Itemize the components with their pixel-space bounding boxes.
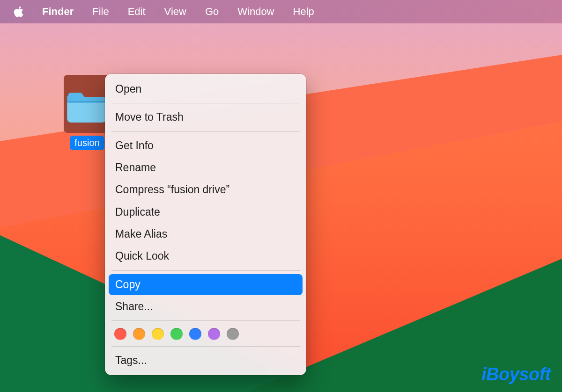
tag-color-yellow[interactable] <box>152 328 164 340</box>
context-menu-item-get-info[interactable]: Get Info <box>109 135 303 156</box>
svg-rect-0 <box>67 101 106 103</box>
context-menu-item-open[interactable]: Open <box>109 79 303 100</box>
menubar-item-go[interactable]: Go <box>197 3 227 21</box>
context-menu-item-make-alias[interactable]: Make Alias <box>109 224 303 245</box>
tag-color-gray[interactable] <box>227 328 239 340</box>
tag-color-blue[interactable] <box>189 328 201 340</box>
folder-icon <box>66 82 107 133</box>
menubar-item-view[interactable]: View <box>156 3 195 21</box>
menubar-item-window[interactable]: Window <box>229 3 282 21</box>
context-menu-separator <box>111 270 300 271</box>
context-menu-separator <box>111 320 300 321</box>
context-menu: Open Move to Trash Get Info Rename Compr… <box>105 74 306 375</box>
context-menu-item-rename[interactable]: Rename <box>109 157 303 178</box>
desktop-folder-selection <box>64 75 109 133</box>
menubar: Finder File Edit View Go Window Help <box>0 0 562 23</box>
menubar-app-name[interactable]: Finder <box>34 3 82 21</box>
context-menu-item-move-to-trash[interactable]: Move to Trash <box>109 107 303 128</box>
context-menu-item-tags[interactable]: Tags... <box>109 350 303 371</box>
context-menu-item-copy[interactable]: Copy <box>109 274 303 295</box>
context-menu-item-compress[interactable]: Compress “fusion drive” <box>109 179 303 200</box>
context-menu-item-quick-look[interactable]: Quick Look <box>109 246 303 267</box>
context-menu-separator <box>111 131 300 132</box>
tag-color-purple[interactable] <box>208 328 220 340</box>
desktop-folder-label: fusion <box>70 136 104 150</box>
context-menu-separator <box>111 346 300 347</box>
context-menu-item-duplicate[interactable]: Duplicate <box>109 202 303 223</box>
context-menu-separator <box>111 103 300 103</box>
menubar-item-edit[interactable]: Edit <box>119 3 154 21</box>
apple-logo-icon[interactable] <box>11 5 32 18</box>
tag-color-red[interactable] <box>114 328 126 340</box>
context-menu-tag-colors <box>105 324 306 343</box>
watermark-text: iBoysoft <box>481 364 551 385</box>
menubar-item-help[interactable]: Help <box>285 3 323 21</box>
context-menu-item-share[interactable]: Share... <box>109 296 303 317</box>
desktop[interactable]: Finder File Edit View Go Window Help fus… <box>0 0 562 392</box>
tag-color-green[interactable] <box>170 328 183 340</box>
menubar-item-file[interactable]: File <box>84 3 117 21</box>
tag-color-orange[interactable] <box>133 328 145 340</box>
desktop-folder[interactable]: fusion <box>64 75 111 152</box>
